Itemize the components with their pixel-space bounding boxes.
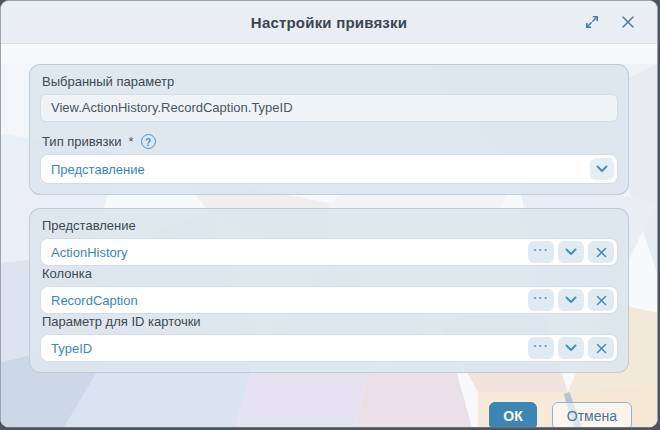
lookup-panel: Представление ActionHistory ··· [29,208,629,373]
ok-button[interactable]: ОК [489,402,536,428]
binding-settings-dialog: Настройки привязки [0,0,658,428]
card-id-param-clear-button[interactable] [588,337,614,359]
expand-button[interactable] [583,13,601,31]
column-dropdown-button[interactable] [558,289,584,311]
card-id-param-value: TypeID [51,341,607,356]
required-mark: * [129,134,134,149]
ellipsis-icon: ··· [533,293,549,303]
selected-parameter-panel: Выбранный параметр View.ActionHistory.Re… [29,64,629,195]
clear-icon [596,295,607,306]
close-button[interactable] [619,13,637,31]
view-label: Представление [40,218,618,233]
binding-type-label: Тип привязки * ? [40,134,618,149]
dialog-title: Настройки привязки [251,14,407,31]
card-id-param-dropdown-button[interactable] [558,337,584,359]
expand-icon [584,14,600,30]
dialog-content: Выбранный параметр View.ActionHistory.Re… [1,64,657,428]
column-field-group: Колонка RecordCaption ··· [40,266,618,314]
chevron-down-icon [596,165,608,173]
view-value: ActionHistory [51,245,607,260]
view-field-group: Представление ActionHistory ··· [40,218,618,266]
view-browse-button[interactable]: ··· [528,241,554,263]
selected-parameter-value: View.ActionHistory.RecordCaption.TypeID [51,100,293,115]
ellipsis-icon: ··· [533,341,549,351]
dialog-footer: ОК Отмена [489,402,632,428]
view-dropdown-button[interactable] [558,241,584,263]
cancel-button[interactable]: Отмена [552,402,632,428]
chevron-down-icon [565,296,577,304]
clear-icon [596,343,607,354]
card-id-param-field[interactable]: TypeID ··· [40,334,618,362]
binding-type-dropdown-button[interactable] [590,158,614,180]
column-clear-button[interactable] [588,289,614,311]
selected-parameter-label: Выбранный параметр [40,74,618,89]
card-id-param-browse-button[interactable]: ··· [528,337,554,359]
binding-type-value: Представление [51,162,607,177]
close-icon [621,15,635,29]
help-icon[interactable]: ? [141,134,156,149]
titlebar-actions [583,1,637,43]
dialog-titlebar: Настройки привязки [1,1,657,44]
column-field[interactable]: RecordCaption ··· [40,286,618,314]
column-browse-button[interactable]: ··· [528,289,554,311]
selected-parameter-field: View.ActionHistory.RecordCaption.TypeID [40,94,618,122]
ellipsis-icon: ··· [533,245,549,255]
view-field[interactable]: ActionHistory ··· [40,238,618,266]
card-id-param-label: Параметр для ID карточки [40,314,618,329]
chevron-down-icon [565,248,577,256]
column-value: RecordCaption [51,293,607,308]
view-clear-button[interactable] [588,241,614,263]
column-label: Колонка [40,266,618,281]
chevron-down-icon [565,344,577,352]
clear-icon [596,247,607,258]
card-id-param-field-group: Параметр для ID карточки TypeID ··· [40,314,618,362]
binding-type-select[interactable]: Представление [40,154,618,184]
